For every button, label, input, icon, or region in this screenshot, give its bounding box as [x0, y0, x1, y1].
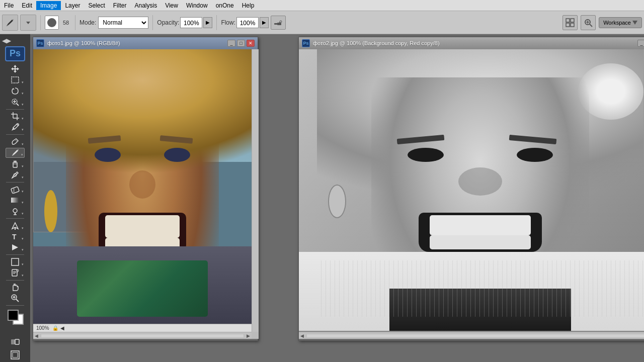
panel-collapse-arrow[interactable]: ◀▶ [1, 36, 12, 45]
tool-type[interactable]: T ▾ [6, 232, 25, 242]
opacity-increase-btn[interactable]: ▶ [203, 17, 212, 28]
zoom-tool-btn[interactable] [581, 15, 596, 30]
right-toolbar: Workspace [562, 15, 642, 30]
svg-rect-2 [274, 23, 278, 25]
scrollbar-right-1[interactable] [252, 49, 259, 332]
doc-titlebar-2[interactable]: Ps фото2.jpg @ 100% (Background copy, Re… [299, 37, 644, 49]
tool-gradient[interactable]: ▾ [6, 195, 25, 205]
menu-window[interactable]: Window [182, 1, 212, 10]
menu-analysis[interactable]: Analysis [130, 1, 161, 10]
tool-pen[interactable]: ▾ [6, 221, 25, 231]
doc-close-1[interactable]: ✕ [247, 40, 255, 47]
doc-minimize-1[interactable]: _ [227, 40, 235, 47]
scroll-track-2[interactable] [306, 334, 644, 338]
svg-rect-7 [566, 23, 570, 27]
arrange-windows-btn[interactable] [562, 15, 578, 30]
color-swatches [6, 310, 25, 321]
flow-increase-btn[interactable]: ▶ [260, 17, 269, 28]
tool-eyedropper[interactable]: ▾ [6, 122, 25, 132]
scrollbar-bottom-2[interactable]: ◀ ▶ [299, 332, 644, 339]
tool-history-brush[interactable]: ▾ [6, 170, 25, 180]
tool-dodge[interactable]: ▾ [6, 206, 25, 216]
airbrush-btn[interactable] [271, 16, 286, 30]
mode-label: Mode: [79, 19, 96, 26]
svg-rect-1 [277, 23, 281, 25]
scrollbar-bottom-1[interactable]: ◀ ▶ [33, 332, 252, 339]
main-area: ◀▶ Ps ▾ ▾ [0, 34, 644, 362]
doc-titlebar-1[interactable]: Ps фото1.jpg @ 100% (RGB/8#) _ □ ✕ [33, 37, 258, 49]
doc-win-btns-1: _ □ ✕ [227, 40, 255, 47]
tool-notes[interactable]: ▾ [6, 268, 25, 278]
scroll-track-1[interactable] [41, 334, 244, 338]
brush-options-btn[interactable] [20, 15, 36, 31]
opacity-value[interactable]: 100% [180, 17, 202, 28]
divider-4 [216, 15, 217, 30]
tool-lasso[interactable]: ▾ [6, 86, 25, 96]
svg-line-10 [590, 24, 592, 27]
tool-screen-mode[interactable] [6, 350, 25, 360]
scroll-right-1[interactable]: ▶ [245, 333, 252, 338]
tool-clone-stamp[interactable]: ▾ [6, 159, 25, 169]
tool-path-select[interactable]: ▾ [6, 242, 25, 252]
menu-filter[interactable]: Filter [109, 1, 131, 10]
svg-line-30 [13, 189, 16, 193]
tool-separator-7 [6, 305, 24, 306]
brush-tool-icon[interactable] [2, 15, 18, 31]
svg-rect-51 [11, 351, 19, 359]
doc-ps-icon-2: Ps [302, 39, 310, 47]
tool-separator-2 [6, 134, 24, 135]
menu-layer[interactable]: Layer [61, 1, 84, 10]
tool-separator-3 [6, 182, 24, 183]
tool-quick-mask[interactable] [6, 337, 25, 347]
svg-marker-0 [26, 22, 30, 24]
menu-edit[interactable]: Edit [18, 1, 36, 10]
doc-maximize-1[interactable]: □ [237, 40, 245, 47]
scroll-left-2[interactable]: ◀ [299, 333, 305, 338]
svg-rect-15 [12, 77, 19, 83]
svg-line-17 [17, 104, 19, 106]
flow-value[interactable]: 100% [236, 17, 259, 28]
doc-minimize-2[interactable]: _ [637, 40, 644, 47]
scroll-prev-1[interactable]: ◀ [60, 325, 64, 331]
fg-color-swatch[interactable] [8, 310, 19, 321]
tool-separator-6 [6, 280, 24, 281]
menu-file[interactable]: File [0, 1, 18, 10]
tool-separator-4 [6, 218, 24, 219]
brush-dot [47, 18, 56, 27]
flow-label: Flow: [221, 19, 235, 26]
divider-3 [152, 15, 153, 30]
tool-zoom[interactable] [6, 293, 25, 303]
menu-bar: File Edit Image Layer Select Filter Anal… [0, 0, 644, 11]
scrollbar-corner-1 [252, 332, 259, 339]
tool-quick-select[interactable]: ▾ [6, 97, 25, 107]
menu-select[interactable]: Select [84, 1, 109, 10]
menu-image[interactable]: Image [36, 1, 61, 10]
tool-crop[interactable]: ▾ [6, 112, 25, 122]
menu-view[interactable]: View [161, 1, 182, 10]
tool-brush[interactable]: ▾ [6, 148, 25, 158]
svg-rect-5 [566, 19, 570, 22]
svg-line-25 [16, 140, 17, 141]
svg-rect-6 [571, 19, 574, 22]
flow-section: Flow: 100% ▶ [221, 17, 269, 28]
svg-rect-50 [15, 339, 19, 344]
brush-preview[interactable] [45, 16, 59, 30]
menu-onone[interactable]: onOne [212, 1, 238, 10]
mode-select[interactable]: Normal Dissolve Darken Multiply Overlay … [98, 17, 148, 29]
menu-help[interactable]: Help [238, 1, 259, 10]
canvas-area: Ps фото1.jpg @ 100% (RGB/8#) _ □ ✕ [30, 34, 644, 362]
svg-rect-52 [13, 352, 18, 357]
tool-eraser[interactable]: ▾ [6, 184, 25, 194]
tools-panel: ◀▶ Ps ▾ ▾ [0, 34, 30, 362]
workspace-button[interactable]: Workspace [599, 17, 642, 28]
doc-title-1: фото1.jpg @ 100% (RGB/8#) [47, 40, 224, 46]
tool-move[interactable] [6, 64, 25, 74]
scroll-left-1[interactable]: ◀ [33, 333, 40, 338]
doc-win-btns-2: _ □ ✕ [637, 40, 644, 47]
tool-marquee[interactable]: ▾ [6, 75, 25, 85]
status-icon-1[interactable]: 🔒 [52, 325, 58, 331]
divider-2 [75, 15, 75, 30]
tool-spot-heal[interactable]: ▾ [6, 137, 25, 147]
tool-hand[interactable] [6, 282, 25, 292]
tool-shape[interactable]: ▾ [6, 257, 25, 267]
